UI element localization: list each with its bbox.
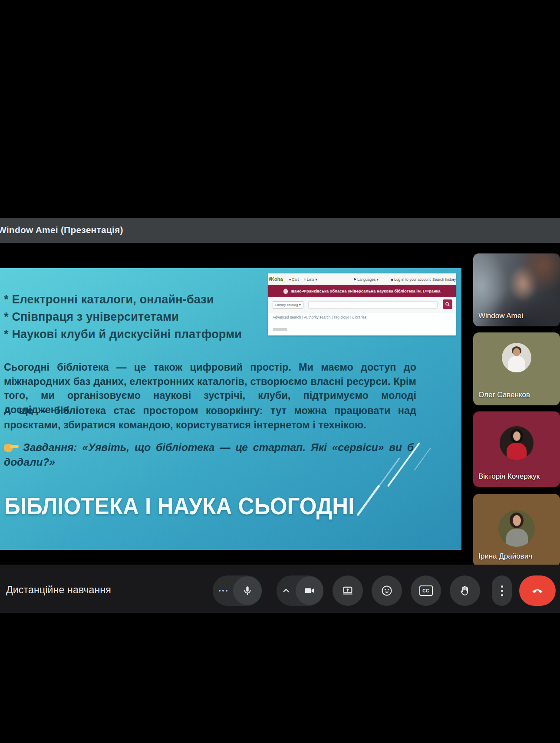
camera-button[interactable] bbox=[296, 576, 323, 605]
koha-quick-links: Advanced search | Authority search | Tag… bbox=[273, 315, 366, 319]
koha-search-area: Library catalog ▾ bbox=[268, 297, 456, 312]
microphone-icon bbox=[242, 585, 253, 596]
avatar bbox=[502, 343, 531, 372]
mic-button-group bbox=[213, 575, 262, 606]
slide-task-text: Завдання: «Уявіть, що бібліотека — це ст… bbox=[4, 441, 414, 468]
koha-login-link: ◆Log in to your account bbox=[391, 277, 431, 282]
slide-paragraph-2: А ще – бібліотека стає простором коворкі… bbox=[4, 404, 416, 432]
ellipsis-icon bbox=[219, 590, 227, 592]
participant-tile-iryna-draiovych[interactable]: Ірина Драйович bbox=[473, 494, 560, 567]
decor-streak bbox=[356, 485, 380, 516]
koha-website-screenshot: Koha ▾Cart ≡Lists ▾ ⚑Languages ▾ ◆Log in… bbox=[268, 273, 456, 335]
koha-lists-link: ≡Lists ▾ bbox=[304, 277, 317, 282]
captions-icon: CC bbox=[419, 585, 433, 596]
flag-icon: ⚑ bbox=[353, 278, 356, 282]
slide-bullet: * Співпраця з університетами bbox=[4, 308, 242, 325]
user-icon: ◆ bbox=[391, 278, 393, 282]
slide-bullets: * Електронні каталоги, онлайн-бази * Спі… bbox=[4, 291, 242, 343]
present-screen-icon bbox=[342, 585, 354, 597]
slide-bullet: * Електронні каталоги, онлайн-бази bbox=[4, 291, 242, 308]
participant-tile-oleg-savenkov[interactable]: Олег Савенков bbox=[473, 332, 560, 405]
slide-bullet: * Наукові клуби й дискусійні платформи bbox=[4, 325, 242, 343]
list-icon: ≡ bbox=[304, 278, 306, 282]
raised-hand-icon bbox=[459, 585, 471, 597]
participant-tile-viktoria-kocherzhuk[interactable]: Вікторія Кочержук bbox=[473, 411, 560, 487]
avatar bbox=[498, 510, 535, 547]
koha-navbar: Koha ▾Cart ≡Lists ▾ ⚑Languages ▾ ◆Log in… bbox=[268, 273, 456, 285]
vertical-dots-icon bbox=[501, 585, 503, 596]
screenshare-title: Window Amei (Презентація) bbox=[0, 225, 123, 235]
participant-name: Window Amei bbox=[478, 312, 523, 320]
participant-name: Вікторія Кочержук bbox=[478, 472, 540, 481]
captions-button[interactable]: CC bbox=[411, 575, 441, 606]
slide-task-line: Завдання: «Уявіть, що бібліотека — це ст… bbox=[4, 440, 414, 470]
present-screen-button[interactable] bbox=[333, 575, 363, 606]
chevron-up-icon bbox=[283, 588, 290, 593]
koha-cart-link: ▾Cart bbox=[289, 277, 299, 282]
pointing-hand-icon bbox=[4, 441, 20, 453]
smiley-icon bbox=[381, 585, 393, 597]
participant-name: Ірина Драйович bbox=[478, 552, 532, 561]
koha-footer-text-blur bbox=[273, 328, 287, 331]
participant-name: Олег Савенков bbox=[478, 391, 530, 399]
more-options-button[interactable] bbox=[492, 575, 512, 606]
participant-tile-window-amei[interactable]: Window Amei bbox=[473, 253, 560, 326]
camera-options-button[interactable] bbox=[277, 576, 296, 605]
meeting-name: Дистанційне навчання bbox=[6, 584, 111, 596]
presentation-slide: * Електронні каталоги, онлайн-бази * Спі… bbox=[0, 268, 461, 550]
mic-button[interactable] bbox=[233, 576, 262, 605]
search-input-image bbox=[308, 301, 438, 309]
koha-logo: Koha bbox=[271, 276, 283, 282]
koha-languages-link: ⚑Languages ▾ bbox=[353, 277, 379, 282]
library-banner-text: Івано-Франківська обласна універсальна н… bbox=[290, 289, 440, 293]
camera-icon bbox=[303, 585, 316, 597]
decor-streak bbox=[414, 448, 431, 471]
library-banner: Івано-Франківська обласна універсальна н… bbox=[268, 285, 456, 297]
slide-main-title: БІБЛІОТЕКА І НАУКА СЬОГОДНІ bbox=[4, 492, 354, 520]
screenshare-title-bar: Window Amei (Презентація) bbox=[0, 218, 560, 243]
end-call-icon bbox=[531, 584, 544, 597]
red-dot-icon: ● bbox=[452, 277, 455, 282]
avatar bbox=[500, 426, 534, 460]
camera-button-group bbox=[277, 575, 323, 606]
cart-icon: ▾ bbox=[289, 278, 291, 282]
magnifier-icon bbox=[445, 302, 450, 307]
library-crest-icon bbox=[283, 289, 288, 294]
catalog-select: Library catalog ▾ bbox=[273, 301, 303, 309]
search-button-image bbox=[443, 299, 452, 309]
end-call-button[interactable] bbox=[519, 575, 556, 606]
mic-options-button[interactable] bbox=[213, 576, 233, 605]
raise-hand-button[interactable] bbox=[450, 575, 480, 606]
reactions-button[interactable] bbox=[372, 575, 402, 606]
